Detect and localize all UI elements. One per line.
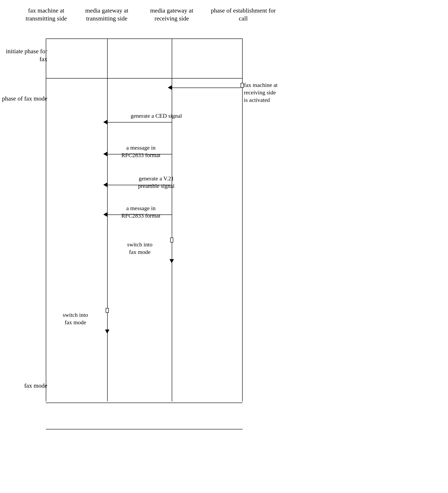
rect-switch-gw-tx (106, 308, 109, 313)
vline-switch-gw-rx (172, 242, 172, 260)
col-label-gw-tx: media gateway at transmitting side (78, 7, 135, 23)
arrowhead-v21 (103, 183, 107, 187)
label-fax-rx-activated: fax machine atreceiving sideis activated (244, 81, 306, 104)
label-switch-gw-tx: switch intofax mode (46, 311, 104, 326)
sequence-diagram: fax machine at transmitting side media g… (0, 0, 448, 493)
row-label-initiate: initiate phase for fax (0, 47, 47, 63)
label-switch-gw-rx: switch intofax mode (110, 241, 170, 256)
hline-bottom (46, 429, 243, 429)
arrowhead-rfc2833-1 (103, 152, 107, 156)
arrowhead-ced (103, 120, 107, 124)
rect-switch-gw-rx (170, 238, 173, 242)
col-label-phase-call: phase of establishment for call (209, 7, 277, 23)
arrow-fax-rx-activated (172, 88, 241, 88)
arrow-ced (107, 122, 172, 123)
arrowhead-fax-rx-activated (168, 85, 172, 90)
vline-phase-call (242, 38, 243, 402)
row-label-fax-mode: fax mode (0, 382, 47, 390)
hline-fax-mode-top (46, 403, 243, 403)
col-label-gw-rx: media gateway at receiving side (142, 7, 201, 23)
label-rfc2833-1: a message inRFC2833 format (108, 144, 174, 159)
label-v21: generate a V.21preamble signal (119, 175, 194, 190)
arrowhead-switch-gw-rx (170, 259, 174, 263)
vline-switch-gw-tx (107, 313, 108, 330)
label-ced: generate a CED signal (119, 112, 194, 120)
row-label-fax-mode-phase: phase of fax mode (0, 95, 47, 102)
vline-fax-tx (46, 38, 46, 402)
arrowhead-switch-gw-tx (105, 330, 109, 334)
hline-top (46, 38, 243, 39)
label-rfc2833-2: a message inRFC2833 format (108, 205, 174, 220)
arrowhead-rfc2833-2 (103, 212, 107, 217)
vline-gw-tx (107, 38, 108, 402)
vline-gw-rx (172, 38, 172, 402)
hline-initiate-bottom (46, 78, 243, 78)
rect-fax-rx-activated (241, 83, 244, 88)
col-label-fax-tx: fax machine at transmitting side (18, 7, 75, 23)
